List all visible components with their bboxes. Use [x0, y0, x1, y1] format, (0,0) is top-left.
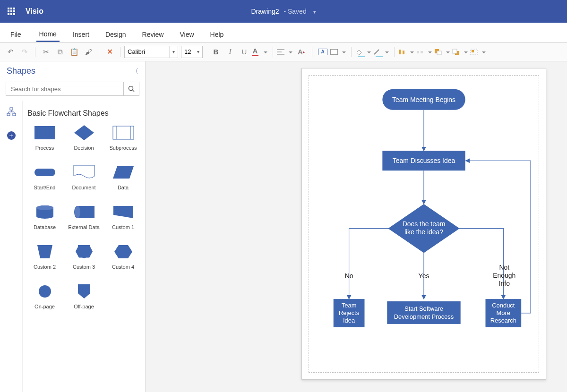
svg-rect-6	[421, 51, 423, 53]
shapes-pane: Shapes 〈 + Basic Flowchart Shapes Proces…	[0, 61, 146, 392]
font-size-selector[interactable]: ▾	[181, 46, 203, 58]
font-family-selector[interactable]: ▾	[124, 46, 178, 58]
shape-off-page[interactable]: Off-page	[66, 282, 102, 319]
send-back-button[interactable]	[452, 46, 469, 58]
font-color-button[interactable]: A	[252, 46, 269, 58]
search-input[interactable]	[6, 82, 123, 96]
label-no[interactable]: No	[345, 272, 353, 280]
canvas[interactable]: Team Meeting Begins Team Discusses Idea …	[146, 61, 567, 392]
node-yes[interactable]: Start Software Development Process	[387, 301, 460, 324]
chevron-down-icon[interactable]: ▾	[194, 46, 202, 58]
collapse-pane-button[interactable]: 〈	[132, 67, 138, 76]
delete-button[interactable]: ✕	[103, 46, 116, 58]
svg-text:like the idea?: like the idea?	[404, 228, 443, 236]
paste-button[interactable]: 📋	[68, 46, 81, 58]
app-launcher-button[interactable]	[0, 8, 23, 15]
stencil-flowchart-button[interactable]	[7, 107, 16, 119]
node-reject[interactable]: Team Rejects Idea	[334, 299, 365, 327]
add-stencil-button[interactable]: +	[7, 131, 16, 140]
bucket-icon	[355, 49, 363, 55]
font-family-input[interactable]	[125, 48, 169, 55]
svg-text:Team Meeting Begins: Team Meeting Begins	[392, 96, 455, 103]
svg-rect-4	[403, 51, 404, 54]
node-decision[interactable]: Does the team like the idea?	[388, 204, 459, 253]
waffle-icon	[8, 8, 15, 15]
shape-subprocess[interactable]: Subprocess	[105, 123, 141, 160]
node-start[interactable]: Team Meeting Begins	[382, 89, 465, 110]
shape-document[interactable]: Document	[66, 163, 102, 200]
copy-button[interactable]: ⧉	[53, 46, 67, 58]
shape-process[interactable]: Process	[26, 123, 63, 160]
tab-view[interactable]: View	[177, 26, 197, 42]
tab-file[interactable]: File	[6, 26, 26, 42]
redo-button[interactable]: ↷	[18, 46, 31, 58]
edge-loop[interactable]	[466, 161, 531, 313]
format-painter-button[interactable]: 🖌	[82, 46, 95, 58]
chevron-down-icon[interactable]: ▾	[169, 46, 178, 58]
svg-text:Start Software: Start Software	[404, 305, 443, 312]
tab-insert[interactable]: Insert	[70, 26, 92, 42]
svg-rect-3	[399, 50, 401, 54]
page[interactable]: Team Meeting Begins Team Discusses Idea …	[301, 68, 546, 380]
shape-database[interactable]: Database	[26, 203, 63, 239]
plus-icon: +	[7, 131, 16, 140]
ribbon: ↶ ↷ ✂ ⧉ 📋 🖌 ✕ ▾ ▾ B I U A A▸ A	[0, 43, 567, 61]
svg-line-14	[133, 90, 135, 92]
svg-rect-10	[453, 49, 457, 53]
shape-style-button[interactable]	[330, 46, 347, 58]
edge-no[interactable]	[349, 229, 389, 299]
label-nei[interactable]: Not	[499, 264, 509, 271]
svg-rect-18	[34, 126, 55, 139]
svg-marker-32	[114, 245, 132, 258]
svg-point-13	[129, 86, 133, 91]
cut-button[interactable]: ✂	[39, 46, 52, 58]
bold-button[interactable]: B	[209, 46, 223, 58]
node-discuss[interactable]: Team Discusses Idea	[382, 151, 465, 170]
svg-rect-15	[10, 108, 13, 110]
svg-text:Conduct: Conduct	[492, 302, 515, 309]
document-title[interactable]: Drawing2 - Saved ▾	[0, 8, 567, 15]
undo-button[interactable]: ↶	[4, 46, 17, 58]
shape-custom3[interactable]: Custom 3	[66, 242, 102, 279]
shape-custom2[interactable]: Custom 2	[26, 242, 63, 279]
workspace: Shapes 〈 + Basic Flowchart Shapes Proces…	[0, 61, 567, 392]
shape-external-data[interactable]: External Data	[66, 203, 102, 239]
svg-text:Rejects: Rejects	[339, 309, 359, 316]
svg-text:Research: Research	[490, 317, 516, 324]
tab-review[interactable]: Review	[139, 26, 167, 42]
shape-custom1[interactable]: Custom 1	[105, 203, 141, 239]
position-button[interactable]	[416, 46, 433, 58]
tab-home[interactable]: Home	[36, 26, 60, 42]
shape-on-page[interactable]: On-page	[26, 282, 63, 319]
font-size-input[interactable]	[181, 48, 194, 55]
svg-marker-34	[78, 284, 90, 298]
tab-help[interactable]: Help	[207, 26, 227, 42]
chevron-down-icon: ▾	[313, 9, 316, 15]
search-button[interactable]	[123, 82, 139, 96]
shape-decision[interactable]: Decision	[66, 123, 102, 160]
underline-button[interactable]: U	[238, 46, 251, 58]
svg-rect-8	[437, 51, 441, 55]
bring-front-button[interactable]	[434, 46, 451, 58]
align-objects-button[interactable]	[398, 46, 415, 58]
svg-marker-28	[113, 206, 133, 218]
shape-custom4[interactable]: Custom 4	[105, 242, 141, 279]
line-color-button[interactable]	[373, 46, 390, 58]
fill-color-button[interactable]	[355, 46, 372, 58]
node-research[interactable]: Conduct More Research	[485, 299, 521, 327]
edge-not-enough[interactable]	[459, 229, 504, 299]
italic-button[interactable]: I	[223, 46, 237, 58]
svg-text:Team Discusses Idea: Team Discusses Idea	[393, 157, 455, 164]
tab-design[interactable]: Design	[103, 26, 129, 42]
shape-data[interactable]: Data	[105, 163, 141, 200]
group-button[interactable]	[470, 46, 487, 58]
svg-point-27	[75, 206, 80, 218]
svg-text:Info: Info	[499, 280, 510, 287]
label-yes[interactable]: Yes	[419, 272, 430, 280]
align-button[interactable]	[277, 46, 294, 58]
text-box-button[interactable]: A	[316, 46, 329, 58]
stencil-title: Basic Flowchart Shapes	[26, 105, 141, 123]
svg-text:More: More	[497, 309, 510, 316]
shape-start-end[interactable]: Start/End	[26, 163, 63, 200]
clear-format-button[interactable]: A▸	[295, 46, 308, 58]
